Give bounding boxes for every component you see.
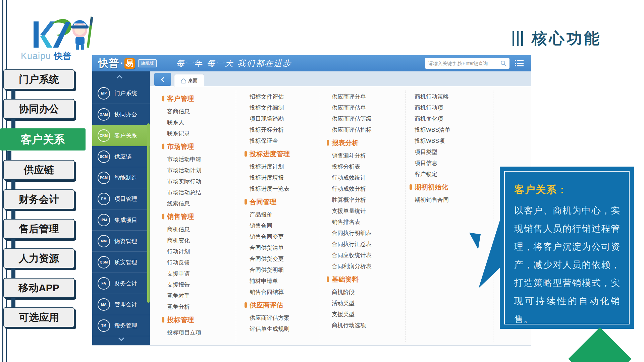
- nav-item-ma[interactable]: MA管理会计: [92, 294, 150, 315]
- sidebar-item-3[interactable]: 客户关系: [0, 128, 86, 150]
- menu-item[interactable]: 市场活动计划: [162, 165, 241, 176]
- menu-item[interactable]: 供应商评估单: [327, 102, 406, 113]
- nav-item-qsm[interactable]: QSM质安管理: [92, 252, 150, 273]
- sidebar-item-5[interactable]: 财务会计: [3, 189, 74, 209]
- menu-item[interactable]: 行动成效分析: [327, 183, 406, 194]
- menu-item[interactable]: 合同利润分析表: [327, 261, 406, 272]
- menu-item[interactable]: 行动成效统计: [327, 172, 406, 183]
- menu-item[interactable]: 行动反馈: [162, 257, 241, 268]
- menu-item[interactable]: 合同供货明细: [245, 264, 323, 276]
- menu-item[interactable]: 商机变化项: [410, 113, 488, 124]
- menu-item[interactable]: 商机变化: [162, 235, 241, 246]
- menu-item[interactable]: 合同供货清单: [245, 242, 323, 253]
- menu-item[interactable]: 线索信息: [162, 198, 241, 209]
- nav-scroll-down-icon[interactable]: [118, 337, 124, 343]
- list-menu-icon[interactable]: [515, 60, 524, 67]
- menu-item[interactable]: 行动计划: [162, 246, 241, 257]
- menu-item[interactable]: 投标WBS清单: [410, 124, 488, 135]
- nav-item-tm[interactable]: TM税务管理: [92, 315, 150, 336]
- menu-item[interactable]: 客商信息: [162, 106, 241, 117]
- menu-item[interactable]: 商机行动项: [410, 102, 488, 113]
- menu-item[interactable]: 销售合同结算: [245, 287, 323, 298]
- menu-item[interactable]: 期初销售合同: [410, 194, 488, 205]
- menu-item[interactable]: 商机行动策略: [410, 91, 488, 102]
- search-input[interactable]: [425, 58, 509, 69]
- group-bullet-icon: [162, 96, 164, 102]
- menu-item[interactable]: 合同执行汇总表: [327, 239, 406, 250]
- column-divider: [493, 90, 493, 342]
- nav-scrollbar[interactable]: [147, 123, 150, 303]
- menu-item[interactable]: 投标进度一览表: [245, 183, 323, 194]
- menu-item[interactable]: 投标进度填报: [245, 172, 323, 183]
- menu-item[interactable]: 投标WBS项: [410, 135, 488, 146]
- nav-item-oam[interactable]: OAM协同办公: [92, 104, 150, 125]
- menu-item[interactable]: 商机阶段: [327, 287, 406, 298]
- menu-item[interactable]: 投标文件编制: [245, 102, 323, 113]
- menu-item[interactable]: 辅材申请单: [245, 276, 323, 287]
- menu-item[interactable]: 商机信息: [162, 224, 241, 235]
- nav-item-pcm[interactable]: PCM智能制造: [92, 167, 150, 188]
- menu-item[interactable]: 销售漏斗分析: [327, 150, 406, 161]
- menu-item[interactable]: 项目信息: [410, 158, 488, 169]
- menu-item[interactable]: 销售合同: [245, 220, 323, 231]
- menu-item[interactable]: 合同应收统计表: [327, 250, 406, 261]
- menu-item[interactable]: 支援报告: [162, 279, 241, 290]
- app-window: 快普 · 易 旗舰版 每一年 每一天 我们都在进步 EIP门户系统OAM协同办公…: [92, 55, 531, 345]
- nav-item-eip[interactable]: EIP门户系统: [92, 83, 150, 104]
- nav-item-pm[interactable]: PM项目管理: [92, 188, 150, 209]
- menu-item[interactable]: 联系人: [162, 117, 241, 128]
- menu-item[interactable]: 投标分析表: [327, 161, 406, 172]
- menu-item[interactable]: 项目现场踏勘: [245, 113, 323, 124]
- page-title-block: 核心功能: [513, 28, 601, 49]
- menu-item[interactable]: 客户锁定: [410, 169, 488, 180]
- nav-item-ipm[interactable]: IPM集成项目: [92, 209, 150, 231]
- menu-item[interactable]: 支援类型: [327, 309, 406, 320]
- menu-item[interactable]: 活动类型: [327, 298, 406, 309]
- menu-item[interactable]: 供应商评分单: [327, 91, 406, 102]
- menu-item[interactable]: 联系记录: [162, 128, 241, 139]
- menu-item[interactable]: 商机行动选项: [327, 320, 406, 331]
- menu-item[interactable]: 项目类型: [410, 146, 488, 158]
- menu-item[interactable]: 市场活动总结: [162, 187, 241, 198]
- menu-item[interactable]: 市场实际行动: [162, 176, 241, 187]
- menu-item[interactable]: 招标文件评估: [245, 91, 323, 102]
- sidebar-item-2[interactable]: 协同办公: [3, 99, 74, 119]
- desktop-menu: 客户管理客商信息联系人联系记录市场管理市场活动申请市场活动计划市场实际行动市场活…: [150, 87, 531, 345]
- menu-item[interactable]: 胜算概率分析: [327, 194, 406, 205]
- sidebar-item-8[interactable]: 移动APP: [3, 278, 74, 298]
- menu-item[interactable]: 支援申请: [162, 268, 241, 279]
- menu-item[interactable]: 投标开标分析: [245, 124, 323, 135]
- back-button[interactable]: [154, 73, 171, 86]
- menu-item[interactable]: 竞争分析: [162, 301, 241, 312]
- group-title: 客户管理: [167, 94, 194, 103]
- sidebar-item-1[interactable]: 门户系统: [3, 69, 74, 89]
- menu-item[interactable]: 供应商评估方案: [245, 312, 323, 323]
- sidebar-item-7[interactable]: 人力资源: [3, 248, 74, 268]
- menu-group-header: 基础资料: [327, 272, 406, 287]
- menu-item[interactable]: 市场活动申请: [162, 154, 241, 165]
- sidebar-item-9[interactable]: 可选应用: [3, 307, 74, 327]
- menu-item[interactable]: 投标保证金: [245, 135, 323, 146]
- menu-item[interactable]: 合同执行明细表: [327, 228, 406, 239]
- sidebar-item-4[interactable]: 供应链: [3, 160, 74, 180]
- menu-item[interactable]: 销售合同变更: [245, 231, 323, 242]
- menu-item[interactable]: 供应商评估指标: [327, 124, 406, 135]
- menu-item[interactable]: 销售排名表: [327, 217, 406, 228]
- menu-item[interactable]: 合同供货变更: [245, 253, 323, 264]
- menu-item[interactable]: 支援单量统计: [327, 205, 406, 217]
- sidebar-item-6[interactable]: 售后管理: [3, 219, 74, 239]
- menu-item[interactable]: 投标项目立项: [162, 327, 241, 338]
- menu-item[interactable]: 产品报价: [245, 209, 323, 220]
- menu-item[interactable]: 投标进度计划: [245, 161, 323, 172]
- nav-scroll-up-icon[interactable]: [118, 75, 124, 80]
- nav-item-mm[interactable]: MM物资管理: [92, 231, 150, 252]
- nav-item-crm[interactable]: CRM客户关系: [92, 125, 150, 146]
- menu-item[interactable]: 供应商评估等级: [327, 113, 406, 124]
- menu-group-header: 市场管理: [162, 139, 241, 154]
- menu-item[interactable]: 竞争对手: [162, 290, 241, 301]
- tab-desktop[interactable]: 桌面: [174, 74, 204, 87]
- nav-item-fa[interactable]: FA财务会计: [92, 273, 150, 294]
- search-icon[interactable]: [500, 60, 506, 66]
- nav-item-scm[interactable]: SCM供应链: [92, 146, 150, 167]
- menu-item[interactable]: 评估单生成规则: [245, 323, 323, 335]
